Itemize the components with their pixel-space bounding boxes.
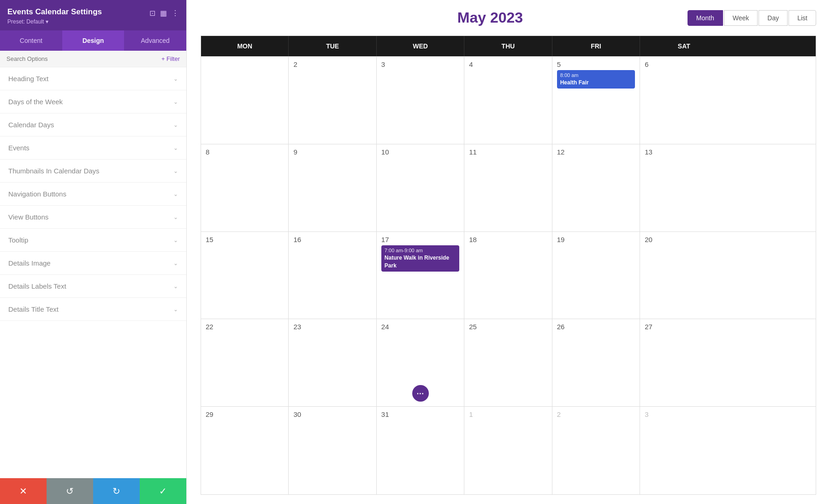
- undo-button[interactable]: ↺: [47, 478, 93, 504]
- cell-date: 30: [293, 410, 371, 418]
- tab-design[interactable]: Design: [62, 30, 125, 51]
- cell-date: 9: [293, 148, 371, 156]
- calendar-days-header: MON TUE WED THU FRI SAT: [201, 36, 816, 56]
- cell-date: 29: [206, 410, 284, 418]
- cell-date: 4: [469, 60, 547, 68]
- sidebar-item-label: Thumbnails In Calendar Days: [8, 167, 100, 175]
- sidebar-item-navigation-buttons[interactable]: Navigation Buttons ⌄: [0, 183, 186, 206]
- calendar-title: May 2023: [293, 9, 688, 26]
- calendar-cell: 2: [289, 57, 376, 144]
- cell-date: 2: [557, 410, 635, 418]
- calendar-row: 2 3 4 5 8:00 am Health Fair 6: [201, 57, 816, 144]
- more-events-button[interactable]: ⋯: [412, 385, 429, 402]
- chevron-down-icon: ⌄: [173, 168, 178, 174]
- more-icon[interactable]: ⋮: [172, 9, 179, 18]
- sidebar-item-events[interactable]: Events ⌄: [0, 136, 186, 160]
- sidebar-item-thumbnails[interactable]: Thumbnails In Calendar Days ⌄: [0, 160, 186, 183]
- calendar-cell: 15: [201, 232, 289, 319]
- sidebar-item-details-image[interactable]: Details Image ⌄: [0, 252, 186, 275]
- cell-date: 11: [469, 148, 547, 156]
- chevron-down-icon: ⌄: [173, 214, 178, 220]
- view-buttons: Month Week Day List: [688, 10, 816, 26]
- calendar-header: May 2023 Month Week Day List: [201, 9, 816, 26]
- cell-date: 6: [645, 60, 723, 68]
- filter-button[interactable]: + Filter: [161, 55, 180, 62]
- sidebar-item-details-title-text[interactable]: Details Title Text ⌄: [0, 298, 186, 321]
- cell-date: 19: [557, 236, 635, 243]
- calendar-cell: 12: [552, 144, 640, 231]
- calendar-row: 22 23 24 ⋯ 25 26 27: [201, 319, 816, 407]
- calendar-cell: 27: [640, 319, 728, 406]
- day-header-sat: SAT: [640, 36, 728, 56]
- sidebar-item-label: Details Image: [8, 259, 51, 267]
- cancel-button[interactable]: ✕: [0, 478, 47, 504]
- cell-date: 31: [381, 410, 459, 418]
- redo-button[interactable]: ↻: [93, 478, 140, 504]
- calendar-cell: 18: [464, 232, 552, 319]
- view-list-button[interactable]: List: [788, 10, 816, 26]
- calendar-cell: 13: [640, 144, 728, 231]
- sidebar: Events Calendar Settings ⊡ ▦ ⋮ Preset: D…: [0, 0, 187, 504]
- chevron-down-icon: ⌄: [173, 76, 178, 82]
- cell-date: 25: [469, 323, 547, 331]
- sidebar-item-label: Events: [8, 144, 30, 152]
- view-day-button[interactable]: Day: [759, 10, 788, 26]
- day-header-wed: WED: [377, 36, 464, 56]
- tab-advanced[interactable]: Advanced: [124, 30, 186, 51]
- cell-date: 12: [557, 148, 635, 156]
- sidebar-item-calendar-days[interactable]: Calendar Days ⌄: [0, 113, 186, 136]
- cell-date: 1: [469, 410, 547, 418]
- calendar-cell: 31: [377, 407, 464, 494]
- view-month-button[interactable]: Month: [688, 10, 723, 26]
- calendar-cell: 2: [552, 407, 640, 494]
- cell-date: 27: [645, 323, 723, 331]
- calendar-cell: 5 8:00 am Health Fair: [552, 57, 640, 144]
- calendar-cell: [201, 57, 289, 144]
- day-header-tue: TUE: [289, 36, 376, 56]
- sidebar-item-view-buttons[interactable]: View Buttons ⌄: [0, 206, 186, 229]
- main-content: May 2023 Month Week Day List MON TUE WED…: [187, 0, 830, 504]
- event-title: Health Fair: [560, 79, 632, 87]
- save-button[interactable]: ✓: [140, 478, 186, 504]
- event-health-fair[interactable]: 8:00 am Health Fair: [557, 70, 635, 89]
- calendar-cell: 6: [640, 57, 728, 144]
- cell-date: 2: [293, 60, 371, 68]
- cell-date: 15: [206, 236, 284, 243]
- calendar-cell: 8: [201, 144, 289, 231]
- sidebar-toolbar: ✕ ↺ ↻ ✓: [0, 478, 186, 504]
- sidebar-preset[interactable]: Preset: Default ▾: [7, 18, 179, 25]
- sidebar-item-label: Details Labels Text: [8, 282, 66, 290]
- sidebar-header: Events Calendar Settings ⊡ ▦ ⋮ Preset: D…: [0, 0, 186, 30]
- calendar-cell: 30: [289, 407, 376, 494]
- calendar-cell: 29: [201, 407, 289, 494]
- day-header-fri: FRI: [552, 36, 640, 56]
- tab-content[interactable]: Content: [0, 30, 62, 51]
- view-week-button[interactable]: Week: [724, 10, 758, 26]
- calendar-cell: 10: [377, 144, 464, 231]
- calendar-cell: 9: [289, 144, 376, 231]
- calendar-cell: 3: [377, 57, 464, 144]
- sidebar-item-label: Days of the Week: [8, 98, 63, 106]
- sidebar-item-days-of-week[interactable]: Days of the Week ⌄: [0, 90, 186, 113]
- sidebar-item-heading-text[interactable]: Heading Text ⌄: [0, 67, 186, 90]
- chevron-down-icon: ⌄: [173, 122, 178, 128]
- sidebar-item-tooltip[interactable]: Tooltip ⌄: [0, 229, 186, 252]
- sidebar-item-details-labels-text[interactable]: Details Labels Text ⌄: [0, 275, 186, 298]
- event-time: 7:00 am-9:00 am: [385, 247, 456, 254]
- cell-date: 23: [293, 323, 371, 331]
- minimize-icon[interactable]: ⊡: [149, 9, 155, 18]
- calendar-grid: MON TUE WED THU FRI SAT 2 3 4: [201, 36, 816, 495]
- calendar-cell: 24 ⋯: [377, 319, 464, 406]
- event-title: Nature Walk in Riverside Park: [385, 254, 456, 270]
- cell-date: 10: [381, 148, 459, 156]
- day-header-thu: THU: [464, 36, 552, 56]
- calendar-cell: 11: [464, 144, 552, 231]
- chevron-down-icon: ⌄: [173, 145, 178, 151]
- cell-date: 16: [293, 236, 371, 243]
- cell-date: 20: [645, 236, 723, 243]
- calendar-cell: 1: [464, 407, 552, 494]
- layout-icon[interactable]: ▦: [160, 9, 167, 18]
- event-nature-walk[interactable]: 7:00 am-9:00 am Nature Walk in Riverside…: [381, 245, 459, 272]
- search-input[interactable]: [6, 55, 161, 62]
- sidebar-items: Heading Text ⌄ Days of the Week ⌄ Calend…: [0, 67, 186, 478]
